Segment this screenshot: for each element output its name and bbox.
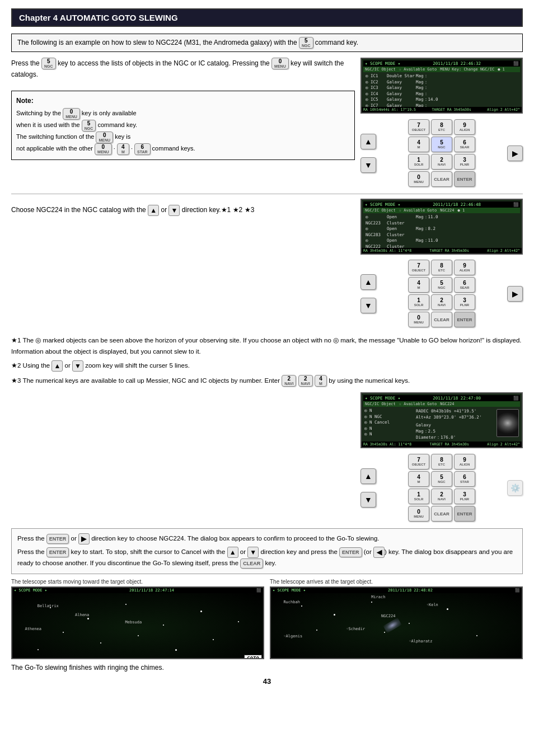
right-arrow-key-3[interactable]: ⚙️	[507, 480, 523, 496]
key-5ngc-badge: 5NGC	[41, 58, 56, 69]
right-arrows-3: ⚙️	[507, 480, 523, 496]
key-9-1[interactable]: 9ALIGN	[454, 119, 475, 135]
right-arrows-1: ▶	[507, 145, 523, 161]
starfield-moving: Bellatrix Alhena Mebsuda Athenea GOTO	[12, 593, 263, 659]
screen-moving-wrap: The telescope starts moving toward the t…	[11, 579, 264, 659]
footnote-3: ★3 The numerical keys are available to c…	[11, 375, 523, 387]
left-arrow-inline: ◀	[373, 547, 385, 558]
keypad-2: 7OBJECT 8ETC 9ALIGN 4M 5NGC 6SEAR 1SOLR …	[408, 260, 475, 327]
key-9-3[interactable]: 9ALIGN	[454, 454, 475, 469]
screen2-bottom: RA 3h45m38s Al: 11°4*8TARGET RA 3h45m30s…	[362, 248, 522, 253]
key-2navi-f3b: 2NAVI	[298, 375, 313, 387]
step2-left: Choose NGC224 in the NGC catalog with th…	[11, 199, 355, 216]
goto-badge: GOTO	[244, 655, 262, 659]
key-3-1[interactable]: 3PLNR	[454, 154, 475, 170]
key-6-3[interactable]: 6STAR	[454, 471, 475, 487]
left-arrows-2: ▲ ▼	[360, 274, 376, 313]
up-arrow-key-1[interactable]: ▲	[360, 134, 376, 149]
step1-text2: key to access the lists of objects in th…	[58, 59, 271, 67]
step1-section: Press the 5NGC key to access the lists o…	[11, 58, 523, 189]
key-enter-2[interactable]: ENTER	[454, 312, 475, 327]
down-arrow-key-2[interactable]: ▼	[360, 298, 376, 313]
key-8-1[interactable]: 8ETC	[431, 119, 452, 135]
key-9-2[interactable]: 9ALIGN	[454, 260, 475, 275]
key-4-2[interactable]: 4M	[408, 277, 429, 293]
down-arrow-f2: ▼	[72, 360, 83, 372]
key-enter-inline3: ENTER	[339, 547, 362, 557]
right-arrow-key-1[interactable]: ▶	[507, 145, 523, 161]
key-6star-note: 6STAR	[134, 143, 151, 155]
key-enter-inline: ENTER	[46, 534, 69, 544]
key-1-2[interactable]: 1SOLR	[408, 294, 429, 310]
key-2-3[interactable]: 2NAVI	[431, 489, 452, 504]
step3-line2: Press the ENTER key to start. To stop, s…	[17, 547, 517, 569]
step3-section: ✦ SCOPE MODE ✦ 2011/11/18 22:47:00 ⬛ NGC…	[11, 392, 523, 524]
step3-right: ✦ SCOPE MODE ✦ 2011/11/18 22:47:00 ⬛ NGC…	[360, 392, 523, 524]
down-arrow-inline2: ▼	[247, 547, 259, 558]
key-7-1[interactable]: 7OBJECT	[408, 119, 429, 135]
screen1-time: 2011/11/18 22:46:32	[433, 61, 481, 66]
screen2-menu: NGC/IC Object☆ Available GotoNGC224● 1	[363, 208, 520, 213]
key-0-3[interactable]: 0MENU	[408, 506, 429, 522]
key-5-1[interactable]: 5NGC	[431, 137, 452, 152]
key-1-3[interactable]: 1SOLR	[408, 489, 429, 504]
up-arrow-key-2[interactable]: ▲	[360, 274, 376, 290]
screen-arrived-wrap: The telescope arrives at the target obje…	[270, 579, 523, 659]
chapter-header: Chapter 4 AUTOMATIC GOTO SLEWING	[11, 8, 523, 27]
finish-text: The Go-To slewing finishes with ringing …	[11, 664, 523, 672]
up-arrow-key-3[interactable]: ▲	[360, 468, 376, 484]
key-0menu-badge: 0MENU	[271, 58, 289, 69]
scope-screen-arrived: ✦ SCOPE MODE ✦2011/11/18 22:48:02⬛ Ruchb…	[270, 586, 523, 659]
down-arrow-key-1[interactable]: ▼	[360, 157, 376, 173]
key-2navi-f3a: 2NAVI	[282, 375, 296, 387]
key-8-3[interactable]: 8ETC	[431, 454, 452, 469]
key-4-1[interactable]: 4M	[408, 137, 429, 152]
key-6-1[interactable]: 6SEAR	[454, 137, 475, 152]
key-0-2[interactable]: 0MENU	[408, 312, 429, 327]
right-arrow-key-2[interactable]: ▶	[507, 286, 523, 302]
controls-1: ▲ ▼ 7OBJECT 8ETC 9ALIGN 4M 5NGC 6SEAR 1S…	[360, 117, 523, 189]
star-keln: ◦Keln	[427, 603, 438, 607]
starfield-arrived: Ruchbah Mirach ◦Keln NGC224 ◦Schedir ◦Al…	[271, 593, 522, 659]
key-clear-2[interactable]: CLEAR	[431, 312, 452, 327]
key-8-2[interactable]: 8ETC	[431, 260, 452, 275]
key-5-3[interactable]: 5NGC	[431, 471, 452, 487]
star-schedir: ◦Schedir	[346, 627, 365, 631]
screen1-menu: NGC/IC Object☆ Available GotoMENU Key: C…	[363, 67, 520, 72]
bottom-screens: The telescope starts moving toward the t…	[11, 579, 523, 659]
intro-suffix: command key.	[315, 39, 358, 46]
key-6-2[interactable]: 6SEAR	[454, 277, 475, 293]
up-arrow-inline: ▲	[148, 205, 159, 216]
key-clear-inline: CLEAR	[240, 558, 263, 569]
key-enter-1[interactable]: ENTER	[454, 171, 475, 187]
key-5ngc-note: 5NGC	[82, 120, 96, 132]
star-mirach: Mirach	[371, 595, 385, 599]
screen-arrived-caption: The telescope arrives at the target obje…	[270, 579, 523, 585]
screen-moving-time: 2011/11/18 22:47:14	[129, 588, 174, 593]
left-arrows-3: ▲ ▼	[360, 468, 376, 508]
step2-right: ✦ SCOPE MODE ✦ 2011/11/18 22:46:48 ⬛ NGC…	[360, 199, 523, 330]
key-2-2[interactable]: 2NAVI	[431, 294, 452, 310]
step3-left	[11, 392, 355, 524]
key-4-3[interactable]: 4M	[408, 471, 429, 487]
step2-text: Choose NGC224 in the NGC catalog with th…	[11, 204, 355, 216]
right-arrows-2: ▶	[507, 286, 523, 302]
key-1-1[interactable]: 1SOLR	[408, 154, 429, 170]
key-clear-1[interactable]: CLEAR	[431, 171, 452, 187]
intro-text: The following is an example on how to sl…	[17, 39, 299, 46]
key-4m-note: 4M	[117, 143, 129, 155]
step1-text: Press the 5NGC key to access the lists o…	[11, 58, 355, 80]
key-enter-3[interactable]: ENTER	[454, 506, 475, 522]
key-0-1[interactable]: 0MENU	[408, 171, 429, 187]
key-7-2[interactable]: 7OBJECT	[408, 260, 429, 275]
key-7-3[interactable]: 7OBJECT	[408, 454, 429, 469]
key-2-1[interactable]: 2NAVI	[431, 154, 452, 170]
screen3-title: ✦ SCOPE MODE ✦ 2011/11/18 22:47:00 ⬛	[363, 395, 520, 401]
controls-2: ▲ ▼ 7OBJECT 8ETC 9ALIGN 4M 5NGC 6SEAR 1S…	[360, 257, 523, 330]
down-arrow-key-3[interactable]: ▼	[360, 492, 376, 508]
key-3-3[interactable]: 3PLNR	[454, 489, 475, 504]
key-5-2[interactable]: 5NGC	[431, 277, 452, 293]
key-clear-3[interactable]: CLEAR	[431, 506, 452, 522]
key-3-2[interactable]: 3PLNR	[454, 294, 475, 310]
screen3-bottom: RA 3h45m38s Al: 11°4*8TARGET RA 3h45m30s…	[362, 442, 522, 447]
